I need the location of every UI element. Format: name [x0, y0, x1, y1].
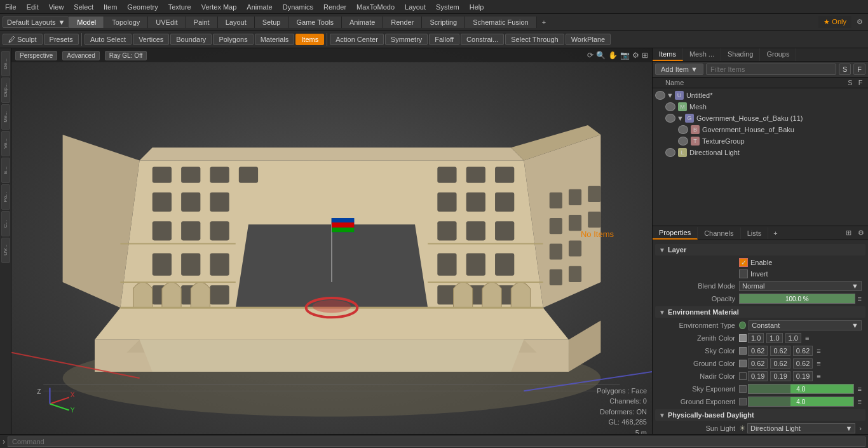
constraints-button[interactable]: Constrai... [461, 34, 504, 45]
left-tool-6[interactable]: Po... [1, 184, 10, 210]
sun-light-control[interactable]: ☀ Directional Light ▼ › [739, 423, 862, 433]
sky-b[interactable]: 0.62 [793, 346, 813, 356]
viewport-perspective-btn[interactable]: Perspective [15, 51, 57, 60]
tree-eye-mesh[interactable] [665, 102, 675, 111]
auto-select-button[interactable]: Auto Select [85, 34, 132, 45]
viewport-raygl-btn[interactable]: Ray GL: Off [105, 51, 147, 60]
select-through-button[interactable]: Select Through [505, 34, 564, 45]
zenith-icon[interactable]: ≡ [805, 334, 809, 342]
items-tab-mesh[interactable]: Mesh ... [683, 48, 721, 61]
invert-checkbox[interactable] [739, 269, 748, 278]
zenith-r[interactable]: 1.0 [748, 333, 764, 343]
tree-item-texture-group[interactable]: T TextureGroup [653, 135, 868, 147]
tree-eye-texture-group[interactable] [678, 137, 688, 146]
viewport-rotate-icon[interactable]: ⟳ [587, 51, 593, 60]
env-type-control[interactable]: Constant ▼ [739, 320, 862, 330]
tree-eye-dir-light[interactable] [665, 148, 675, 157]
nadir-color-swatch[interactable] [739, 372, 747, 380]
left-tool-3[interactable]: Me... [1, 104, 10, 130]
sculpt-button[interactable]: 🖊 Sculpt [3, 34, 43, 45]
layout-preset-dropdown[interactable]: Default Layouts ▼ [3, 17, 69, 28]
workplane-button[interactable]: WorkPlane [566, 34, 611, 45]
layout-tab-uvedit[interactable]: UVEdit [148, 17, 186, 28]
ground-exp-slider[interactable]: 4.0 [748, 397, 854, 407]
ground-exp-icon[interactable]: ≡ [858, 398, 862, 405]
ground-r[interactable]: 0.62 [748, 358, 768, 369]
layout-tab-layout[interactable]: Layout [218, 17, 255, 28]
prop-tab-add[interactable]: + [768, 227, 782, 239]
tree-eye-gov-group[interactable] [665, 114, 675, 123]
layout-tab-animate[interactable]: Animate [342, 17, 383, 28]
menu-layout[interactable]: Layout [400, 2, 431, 12]
env-section-header[interactable]: ▼ Environment Material [655, 306, 865, 318]
sky-g[interactable]: 0.62 [770, 346, 790, 356]
tree-eye-gov-baku[interactable] [678, 125, 688, 134]
items-filter-btn[interactable]: F [853, 64, 865, 75]
nadir-r[interactable]: 0.19 [748, 371, 768, 381]
menu-geometry[interactable]: Geometry [122, 2, 163, 12]
zenith-color-swatch[interactable] [739, 334, 747, 342]
sky-color-swatch[interactable] [739, 347, 747, 355]
tree-eye-untitled[interactable] [655, 91, 665, 100]
env-type-select[interactable]: Constant ▼ [749, 320, 862, 330]
items-tab-items[interactable]: Items [653, 48, 683, 61]
ground-g[interactable]: 0.62 [770, 358, 790, 369]
left-tool-5[interactable]: E... [1, 158, 10, 183]
prop-tab-properties[interactable]: Properties [653, 227, 698, 240]
tree-item-gov-group[interactable]: ▼ G Government_House_of_Baku (11) [653, 112, 868, 124]
prop-expand-icon[interactable]: ⊞ [843, 227, 854, 238]
tree-item-untitled[interactable]: ▼ U Untitled* [653, 90, 868, 101]
items-tab-shading[interactable]: Shading [721, 48, 760, 61]
viewport[interactable]: Perspective Advanced Ray GL: Off ⟳ 🔍 ✋ 📷… [11, 48, 652, 448]
layout-settings-icon[interactable]: ⚙ [851, 16, 868, 28]
sun-light-select[interactable]: Directional Light ▼ [747, 423, 855, 433]
left-tool-7[interactable]: C... [1, 211, 10, 236]
menu-select[interactable]: Select [69, 2, 98, 12]
zenith-g[interactable]: 1.0 [766, 333, 782, 343]
layout-tab-schematic[interactable]: Schematic Fusion [465, 17, 536, 28]
tree-item-mesh[interactable]: M Mesh [653, 101, 868, 112]
vertices-button[interactable]: Vertices [133, 34, 169, 45]
sun-light-right-icon[interactable]: › [859, 424, 862, 432]
opacity-slider[interactable]: 100.0 % [739, 294, 855, 304]
prop-settings-icon[interactable]: ⚙ [855, 227, 867, 238]
menu-system[interactable]: System [431, 2, 465, 12]
action-center-button[interactable]: Action Center [330, 34, 384, 45]
blend-mode-select[interactable]: Normal ▼ [739, 281, 862, 291]
filter-items-input[interactable] [706, 64, 836, 75]
menu-dynamics[interactable]: Dynamics [278, 2, 318, 12]
layout-tab-gametools[interactable]: Game Tools [288, 17, 342, 28]
boundary-button[interactable]: Boundary [170, 34, 212, 45]
nadir-b[interactable]: 0.19 [793, 371, 813, 381]
enable-checkbox[interactable]: ✓ [739, 258, 748, 267]
viewport-camera-icon[interactable]: 📷 [620, 51, 630, 60]
add-item-button[interactable]: Add Item ▼ [655, 64, 703, 75]
daylight-section-header[interactable]: ▼ Physically-based Daylight [655, 409, 865, 421]
ground-icon[interactable]: ≡ [817, 360, 820, 367]
nadir-icon[interactable]: ≡ [817, 372, 820, 380]
left-tool-2[interactable]: Dup... [1, 78, 10, 103]
viewport-advanced-btn[interactable]: Advanced [62, 51, 99, 60]
layout-tab-paint[interactable]: Paint [186, 17, 218, 28]
prop-tab-lists[interactable]: Lists [741, 227, 769, 239]
items-sync-btn[interactable]: S [839, 64, 851, 75]
command-arrow[interactable]: › [3, 437, 5, 446]
menu-maxtomodo[interactable]: MaxToModo [351, 2, 400, 12]
menu-edit[interactable]: Edit [22, 2, 44, 12]
prop-tab-channels[interactable]: Channels [698, 227, 740, 239]
sky-r[interactable]: 0.62 [748, 346, 768, 356]
menu-animate[interactable]: Animate [241, 2, 277, 12]
nadir-g[interactable]: 0.19 [770, 371, 790, 381]
layout-tab-model[interactable]: Model [69, 17, 104, 28]
polygons-button[interactable]: Polygons [213, 34, 253, 45]
items-button[interactable]: Items [295, 34, 324, 45]
left-tool-4[interactable]: Ve... [1, 131, 10, 156]
layout-star-filter[interactable]: ★ Only [818, 16, 851, 28]
viewport-zoom-icon[interactable]: 🔍 [596, 51, 606, 60]
ground-b[interactable]: 0.62 [793, 358, 813, 369]
layout-tab-setup[interactable]: Setup [255, 17, 289, 28]
layout-tab-add[interactable]: + [537, 17, 551, 28]
layer-section-header[interactable]: ▼ Layer [655, 244, 865, 255]
left-tool-8[interactable]: UV... [1, 238, 10, 263]
menu-vertex-map[interactable]: Vertex Map [196, 2, 242, 12]
